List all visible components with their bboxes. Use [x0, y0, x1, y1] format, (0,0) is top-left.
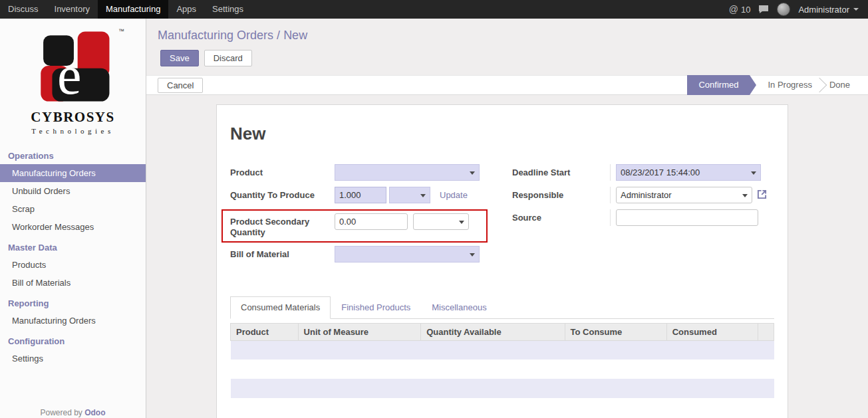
navbar-systray: @ 10 Administrator: [729, 0, 868, 19]
field-row-deadline: Deadline Start 08/23/2017 15:44:00: [512, 164, 774, 181]
source-label: Source: [512, 209, 610, 223]
user-name: Administrator: [798, 5, 849, 15]
section-operations: Operations: [0, 144, 146, 164]
chevron-down-icon: [853, 8, 859, 11]
col-unit-of-measure[interactable]: Unit of Measure: [298, 323, 421, 340]
bill-of-material-label: Bill of Material: [230, 246, 335, 260]
table-row[interactable]: [231, 379, 774, 398]
field-row-bom: Bill of Material: [230, 246, 496, 262]
quantity-to-produce-label: Quantity To Produce: [230, 187, 335, 201]
field-row-product: Product: [230, 164, 496, 181]
statusbar: Confirmed In Progress Done: [687, 75, 868, 95]
breadcrumb-parent[interactable]: Manufacturing Orders: [158, 29, 273, 42]
sidebar-item-reporting-manufacturing-orders[interactable]: Manufacturing Orders: [0, 312, 146, 330]
brand-name: CYBROSYS: [0, 109, 146, 126]
table-header-row: Product Unit of Measure Quantity Availab…: [231, 323, 774, 340]
breadcrumb: Manufacturing Orders / New: [158, 29, 868, 43]
section-reporting: Reporting: [0, 292, 146, 312]
update-link[interactable]: Update: [440, 187, 468, 203]
section-configuration: Configuration: [0, 330, 146, 350]
avatar: [777, 3, 790, 16]
svg-text:e: e: [57, 45, 81, 104]
annotation-highlight-box: Product Secondary Quantity: [221, 209, 488, 243]
secondary-uom-select[interactable]: [413, 213, 469, 230]
odoo-link[interactable]: Odoo: [84, 408, 105, 417]
company-logo: e ™ CYBROSYS Technologies: [0, 19, 146, 135]
nav-item-manufacturing[interactable]: Manufacturing: [98, 0, 168, 19]
form-left-column: Product Quantity To Produce Update: [230, 164, 496, 268]
sidebar: e ™ CYBROSYS Technologies Operations Man…: [0, 19, 146, 418]
save-button[interactable]: Save: [160, 50, 199, 66]
user-menu[interactable]: Administrator: [798, 5, 859, 15]
tab-finished-products[interactable]: Finished Products: [331, 296, 421, 318]
app-menu: Discuss Inventory Manufacturing Apps Set…: [0, 0, 251, 19]
sidebar-item-products[interactable]: Products: [0, 256, 146, 274]
bill-of-material-select[interactable]: [335, 246, 480, 262]
sidebar-item-unbuild-orders[interactable]: Unbuild Orders: [0, 182, 146, 200]
col-to-consume[interactable]: To Consume: [565, 323, 666, 340]
sidebar-item-workorder-messages[interactable]: Workorder Messages: [0, 218, 146, 236]
nav-item-apps[interactable]: Apps: [168, 0, 204, 19]
form-right-column: Deadline Start 08/23/2017 15:44:00 Respo…: [512, 164, 774, 268]
field-row-source: Source: [512, 209, 774, 226]
col-quantity-available[interactable]: Quantity Available: [421, 323, 565, 340]
tab-miscellaneous[interactable]: Miscellaneous: [421, 296, 497, 318]
cancel-button[interactable]: Cancel: [158, 78, 203, 93]
control-panel: Manufacturing Orders / New Save Discard: [146, 19, 868, 75]
source-input[interactable]: [616, 209, 758, 226]
col-consumed[interactable]: Consumed: [666, 323, 758, 340]
tab-consumed-materials[interactable]: Consumed Materials: [230, 296, 331, 319]
sidebar-item-scrap[interactable]: Scrap: [0, 200, 146, 218]
powered-by-text: Powered by: [40, 408, 82, 417]
nav-item-discuss[interactable]: Discuss: [0, 0, 47, 19]
secondary-quantity-input[interactable]: [335, 213, 408, 230]
product-label: Product: [230, 164, 335, 178]
control-panel-buttons: Save Discard: [160, 50, 868, 66]
company-logo-mark: e: [31, 29, 116, 104]
consumed-materials-table: Product Unit of Measure Quantity Availab…: [230, 323, 774, 418]
nav-item-settings[interactable]: Settings: [204, 0, 251, 19]
product-secondary-quantity-label: Product Secondary Quantity: [230, 213, 335, 239]
table-row[interactable]: [231, 398, 774, 417]
breadcrumb-current: New: [283, 29, 307, 42]
field-row-responsible: Responsible Administrator: [512, 187, 774, 203]
activities-indicator[interactable]: @ 10: [729, 4, 751, 15]
powered-by: Powered by Odoo: [0, 408, 146, 418]
deadline-start-label: Deadline Start: [512, 164, 610, 178]
sidebar-menu: Operations Manufacturing Orders Unbuild …: [0, 144, 146, 367]
notebook-tabs: Consumed Materials Finished Products Mis…: [230, 296, 774, 319]
nav-item-inventory[interactable]: Inventory: [47, 0, 98, 19]
sidebar-item-settings[interactable]: Settings: [0, 350, 146, 367]
breadcrumb-separator: /: [277, 29, 280, 42]
field-row-secondary-quantity: Product Secondary Quantity: [230, 213, 485, 239]
external-link-icon[interactable]: [757, 189, 767, 202]
col-product[interactable]: Product: [231, 323, 299, 340]
status-confirmed[interactable]: Confirmed: [687, 75, 750, 95]
table-row[interactable]: [231, 340, 774, 360]
section-master-data: Master Data: [0, 236, 146, 256]
form-title: New: [230, 124, 774, 144]
form-view: New Product Quantity To Produce: [146, 95, 868, 418]
trademark-symbol: ™: [118, 28, 124, 35]
at-icon: @: [729, 4, 738, 15]
form-header: Cancel Confirmed In Progress Done: [146, 75, 868, 95]
deadline-start-select[interactable]: 08/23/2017 15:44:00: [616, 164, 761, 181]
product-select[interactable]: [335, 164, 480, 181]
main-area: Manufacturing Orders / New Save Discard …: [146, 19, 868, 418]
responsible-select[interactable]: Administrator: [616, 187, 752, 203]
col-extra: [758, 323, 774, 340]
form-sheet: New Product Quantity To Produce: [216, 104, 788, 418]
responsible-label: Responsible: [512, 187, 610, 201]
form-fields: Product Quantity To Produce Update: [230, 164, 774, 268]
brand-subtitle: Technologies: [0, 127, 146, 135]
table-row[interactable]: [231, 360, 774, 379]
discard-button[interactable]: Discard: [204, 50, 252, 66]
quantity-uom-select[interactable]: [389, 187, 430, 203]
quantity-to-produce-input[interactable]: [335, 187, 386, 203]
field-row-quantity: Quantity To Produce Update: [230, 187, 496, 203]
messages-icon[interactable]: [758, 5, 769, 14]
sidebar-item-manufacturing-orders[interactable]: Manufacturing Orders: [0, 164, 146, 182]
sidebar-item-bill-of-materials[interactable]: Bill of Materials: [0, 274, 146, 292]
activity-count: 10: [741, 5, 750, 15]
top-navbar: Discuss Inventory Manufacturing Apps Set…: [0, 0, 868, 19]
